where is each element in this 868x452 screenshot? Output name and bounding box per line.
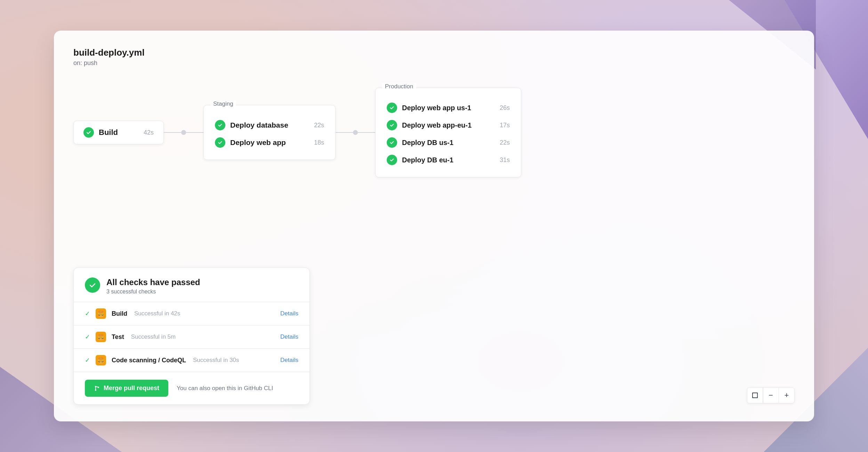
checks-subtitle: 3 successful checks [106,289,298,295]
connector-line-4 [358,132,375,133]
check-row-codeql-checkmark: ✓ [85,356,90,364]
check-row-test-status: Successful in 5m [131,333,275,340]
staging-wrapper: Staging Deploy database 22s [203,105,336,160]
check-row-codeql-status: Successful in 30s [193,357,275,364]
main-card: build-deploy.yml on: push Build 42s Stag… [54,31,814,421]
zoom-minus-icon: − [769,392,773,399]
check-row-codeql: ✓ 🍔 Code scanning / CodeQL Successful in… [74,348,310,372]
check-row-codeql-name: Code scanning / CodeQL [112,357,186,364]
check-row-codeql-details[interactable]: Details [280,357,298,364]
prod-job-0-name: Deploy web app us-1 [402,104,495,112]
prod-job-1-time: 17s [500,122,510,129]
build-label: Build [99,128,139,137]
check-row-build-checkmark: ✓ [85,310,90,317]
prod-job-0: Deploy web app us-1 26s [387,99,510,116]
production-box: Deploy web app us-1 26s Deploy web app-e… [375,88,521,177]
zoom-fit-button[interactable] [747,388,763,403]
prod-job-3: Deploy DB eu-1 31s [387,151,510,169]
staging-job-0-name: Deploy database [230,121,309,129]
staging-job-1: Deploy web app 18s [215,134,324,151]
connector-line-3 [336,132,353,133]
staging-box: Deploy database 22s Deploy web app 18s [203,105,336,160]
prod-job-2: Deploy DB us-1 22s [387,134,510,151]
zoom-in-button[interactable]: + [779,388,794,403]
production-wrapper: Production Deploy web app us-1 26s [375,88,521,177]
staging-job-1-icon [215,137,225,148]
file-title: build-deploy.yml [73,47,795,58]
svg-rect-3 [753,393,757,398]
check-row-test-details[interactable]: Details [280,333,298,340]
pipeline-area: Build 42s Staging Deploy database [73,88,795,177]
prod-job-2-name: Deploy DB us-1 [402,139,495,147]
prod-job-3-time: 31s [500,156,510,164]
check-row-build-details[interactable]: Details [280,310,298,317]
merge-button-label: Merge pull request [104,385,159,392]
prod-job-0-time: 26s [500,104,510,112]
connector-staging-production [336,130,375,135]
checks-success-icon [85,277,100,293]
prod-job-1: Deploy web app-eu-1 17s [387,116,510,134]
staging-job-0-icon [215,120,225,130]
merge-button[interactable]: Merge pull request [85,380,168,397]
checks-title-block: All checks have passed 3 successful chec… [106,277,298,295]
checks-panel: All checks have passed 3 successful chec… [73,267,310,405]
connector-line-2 [186,132,203,133]
staging-label: Staging [210,100,236,107]
check-row-build-emoji: 🍔 [96,308,106,319]
zoom-controls: − + [747,387,795,403]
check-row-test-checkmark: ✓ [85,333,90,341]
check-row-build: ✓ 🍔 Build Successful in 42s Details [74,302,310,325]
build-check-icon [83,127,94,138]
checks-header: All checks have passed 3 successful chec… [74,268,310,302]
checks-footer: Merge pull request You can also open thi… [74,372,310,404]
prod-job-3-name: Deploy DB eu-1 [402,156,495,164]
zoom-out-button[interactable]: − [763,388,779,403]
checks-title: All checks have passed [106,277,298,287]
check-row-test-emoji: 🍔 [96,332,106,342]
connector-dot-2 [353,130,358,135]
check-row-test-name: Test [112,333,124,341]
prod-job-3-icon [387,155,397,165]
staging-job-1-time: 18s [314,139,324,146]
staging-job-1-name: Deploy web app [230,138,309,147]
prod-job-1-icon [387,120,397,130]
prod-job-2-icon [387,137,397,148]
prod-job-2-time: 22s [500,139,510,146]
prod-job-1-name: Deploy web app-eu-1 [402,121,495,129]
connector-dot-1 [181,130,186,135]
merge-hint: You can also open this in GitHub CLI [177,385,273,392]
check-row-build-name: Build [112,310,127,317]
connector-build-staging [164,130,203,135]
prod-job-0-icon [387,103,397,113]
build-box: Build 42s [73,121,164,144]
staging-job-0: Deploy database 22s [215,116,324,134]
connector-line-1 [164,132,181,133]
check-row-codeql-emoji: 🍔 [96,355,106,365]
check-row-build-status: Successful in 42s [134,310,275,317]
check-row-test: ✓ 🍔 Test Successful in 5m Details [74,325,310,348]
production-label: Production [382,83,416,90]
build-time: 42s [144,129,154,136]
staging-job-0-time: 22s [314,122,324,129]
zoom-plus-icon: + [785,392,789,399]
file-subtitle: on: push [73,59,795,67]
